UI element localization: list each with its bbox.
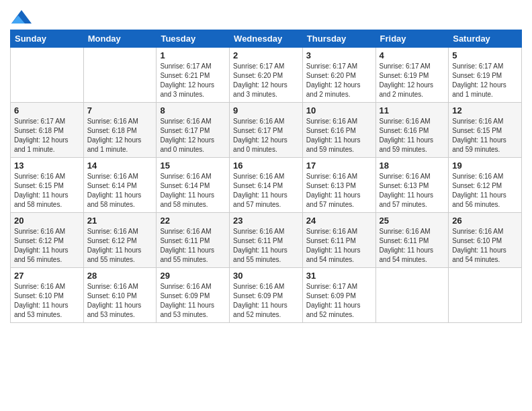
calendar-cell: 18Sunrise: 6:16 AMSunset: 6:13 PMDayligh…: [375, 158, 449, 213]
cell-info: Sunrise: 6:17 AMSunset: 6:21 PMDaylight:…: [160, 62, 226, 99]
cell-info: Sunrise: 6:17 AMSunset: 6:19 PMDaylight:…: [452, 62, 518, 99]
cell-info: Sunrise: 6:16 AMSunset: 6:18 PMDaylight:…: [87, 117, 153, 154]
cell-info: Sunrise: 6:17 AMSunset: 6:20 PMDaylight:…: [233, 62, 299, 99]
calendar-cell: 23Sunrise: 6:16 AMSunset: 6:11 PMDayligh…: [230, 213, 303, 268]
calendar-cell: 31Sunrise: 6:17 AMSunset: 6:09 PMDayligh…: [302, 268, 375, 323]
day-number: 24: [306, 216, 372, 226]
week-row-4: 20Sunrise: 6:16 AMSunset: 6:12 PMDayligh…: [11, 213, 522, 268]
day-number: 28: [87, 271, 153, 281]
calendar-cell: 20Sunrise: 6:16 AMSunset: 6:12 PMDayligh…: [11, 213, 84, 268]
calendar-cell: 3Sunrise: 6:17 AMSunset: 6:20 PMDaylight…: [302, 48, 375, 103]
cell-info: Sunrise: 6:17 AMSunset: 6:18 PMDaylight:…: [14, 117, 80, 154]
day-number: 9: [233, 105, 299, 116]
calendar-cell: 25Sunrise: 6:16 AMSunset: 6:11 PMDayligh…: [375, 213, 449, 268]
day-number: 26: [452, 216, 518, 226]
day-number: 4: [380, 50, 445, 60]
calendar-cell: 1Sunrise: 6:17 AMSunset: 6:21 PMDaylight…: [157, 48, 230, 103]
cell-info: Sunrise: 6:16 AMSunset: 6:17 PMDaylight:…: [160, 117, 226, 154]
day-number: 19: [452, 161, 518, 171]
calendar-cell: 29Sunrise: 6:16 AMSunset: 6:09 PMDayligh…: [157, 268, 230, 323]
calendar-cell: 21Sunrise: 6:16 AMSunset: 6:12 PMDayligh…: [83, 213, 157, 268]
calendar-cell: 14Sunrise: 6:16 AMSunset: 6:14 PMDayligh…: [83, 158, 157, 213]
calendar-cell: 15Sunrise: 6:16 AMSunset: 6:14 PMDayligh…: [157, 158, 230, 213]
calendar-cell: 7Sunrise: 6:16 AMSunset: 6:18 PMDaylight…: [83, 103, 157, 158]
calendar-cell: 30Sunrise: 6:16 AMSunset: 6:09 PMDayligh…: [230, 268, 303, 323]
cell-info: Sunrise: 6:16 AMSunset: 6:11 PMDaylight:…: [380, 227, 445, 265]
calendar-cell: 5Sunrise: 6:17 AMSunset: 6:19 PMDaylight…: [449, 48, 522, 103]
cell-info: Sunrise: 6:16 AMSunset: 6:15 PMDaylight:…: [452, 117, 518, 154]
day-number: 17: [306, 161, 372, 171]
day-number: 6: [14, 105, 80, 116]
calendar-cell: [11, 48, 84, 103]
cell-info: Sunrise: 6:16 AMSunset: 6:11 PMDaylight:…: [306, 227, 372, 265]
cell-info: Sunrise: 6:16 AMSunset: 6:17 PMDaylight:…: [233, 117, 299, 154]
weekday-wednesday: Wednesday: [230, 30, 303, 48]
calendar-cell: 4Sunrise: 6:17 AMSunset: 6:19 PMDaylight…: [375, 48, 449, 103]
cell-info: Sunrise: 6:16 AMSunset: 6:11 PMDaylight:…: [233, 227, 299, 265]
day-number: 27: [14, 271, 80, 281]
day-number: 22: [160, 216, 226, 226]
cell-info: Sunrise: 6:16 AMSunset: 6:14 PMDaylight:…: [160, 172, 226, 210]
day-number: 13: [14, 161, 80, 171]
calendar-cell: 8Sunrise: 6:16 AMSunset: 6:17 PMDaylight…: [157, 103, 230, 158]
cell-info: Sunrise: 6:17 AMSunset: 6:09 PMDaylight:…: [306, 282, 372, 320]
calendar-cell: 13Sunrise: 6:16 AMSunset: 6:15 PMDayligh…: [11, 158, 84, 213]
calendar-cell: 10Sunrise: 6:16 AMSunset: 6:16 PMDayligh…: [302, 103, 375, 158]
day-number: 5: [452, 50, 518, 60]
week-row-2: 6Sunrise: 6:17 AMSunset: 6:18 PMDaylight…: [11, 103, 522, 158]
weekday-thursday: Thursday: [302, 30, 375, 48]
cell-info: Sunrise: 6:16 AMSunset: 6:12 PMDaylight:…: [14, 227, 80, 265]
day-number: 3: [306, 50, 372, 60]
calendar-cell: 12Sunrise: 6:16 AMSunset: 6:15 PMDayligh…: [449, 103, 522, 158]
calendar-cell: 19Sunrise: 6:16 AMSunset: 6:12 PMDayligh…: [449, 158, 522, 213]
cell-info: Sunrise: 6:16 AMSunset: 6:10 PMDaylight:…: [87, 282, 153, 320]
day-number: 11: [380, 105, 445, 116]
calendar-cell: 27Sunrise: 6:16 AMSunset: 6:10 PMDayligh…: [11, 268, 84, 323]
week-row-5: 27Sunrise: 6:16 AMSunset: 6:10 PMDayligh…: [11, 268, 522, 323]
day-number: 8: [160, 105, 226, 116]
day-number: 30: [233, 271, 299, 281]
cell-info: Sunrise: 6:16 AMSunset: 6:16 PMDaylight:…: [306, 117, 372, 154]
logo-icon: [11, 7, 32, 27]
cell-info: Sunrise: 6:16 AMSunset: 6:10 PMDaylight:…: [14, 282, 80, 320]
cell-info: Sunrise: 6:16 AMSunset: 6:09 PMDaylight:…: [233, 282, 299, 320]
week-row-3: 13Sunrise: 6:16 AMSunset: 6:15 PMDayligh…: [11, 158, 522, 213]
calendar-cell: 6Sunrise: 6:17 AMSunset: 6:18 PMDaylight…: [11, 103, 84, 158]
cell-info: Sunrise: 6:16 AMSunset: 6:14 PMDaylight:…: [87, 172, 153, 210]
cell-info: Sunrise: 6:16 AMSunset: 6:10 PMDaylight:…: [452, 227, 518, 265]
calendar-cell: 28Sunrise: 6:16 AMSunset: 6:10 PMDayligh…: [83, 268, 157, 323]
weekday-monday: Monday: [83, 30, 157, 48]
cell-info: Sunrise: 6:16 AMSunset: 6:13 PMDaylight:…: [380, 172, 445, 210]
page-header: [10, 7, 522, 24]
weekday-sunday: Sunday: [11, 30, 84, 48]
day-number: 21: [87, 216, 153, 226]
day-number: 31: [306, 271, 372, 281]
calendar-cell: 22Sunrise: 6:16 AMSunset: 6:11 PMDayligh…: [157, 213, 230, 268]
cell-info: Sunrise: 6:16 AMSunset: 6:09 PMDaylight:…: [160, 282, 226, 320]
calendar-cell: 24Sunrise: 6:16 AMSunset: 6:11 PMDayligh…: [302, 213, 375, 268]
day-number: 1: [160, 50, 226, 60]
day-number: 14: [87, 161, 153, 171]
day-number: 15: [160, 161, 226, 171]
day-number: 25: [380, 216, 445, 226]
calendar-cell: [449, 268, 522, 323]
weekday-header-row: SundayMondayTuesdayWednesdayThursdayFrid…: [11, 30, 522, 48]
weekday-saturday: Saturday: [449, 30, 522, 48]
weekday-tuesday: Tuesday: [157, 30, 230, 48]
day-number: 18: [380, 161, 445, 171]
calendar-cell: [375, 268, 449, 323]
cell-info: Sunrise: 6:17 AMSunset: 6:20 PMDaylight:…: [306, 62, 372, 99]
cell-info: Sunrise: 6:16 AMSunset: 6:12 PMDaylight:…: [87, 227, 153, 265]
day-number: 2: [233, 50, 299, 60]
calendar-cell: [83, 48, 157, 103]
calendar-cell: 11Sunrise: 6:16 AMSunset: 6:16 PMDayligh…: [375, 103, 449, 158]
cell-info: Sunrise: 6:16 AMSunset: 6:16 PMDaylight:…: [380, 117, 445, 154]
day-number: 23: [233, 216, 299, 226]
day-number: 10: [306, 105, 372, 116]
cell-info: Sunrise: 6:16 AMSunset: 6:13 PMDaylight:…: [306, 172, 372, 210]
calendar-cell: 9Sunrise: 6:16 AMSunset: 6:17 PMDaylight…: [230, 103, 303, 158]
calendar-page: SundayMondayTuesdayWednesdayThursdayFrid…: [0, 0, 532, 411]
day-number: 12: [452, 105, 518, 116]
calendar-cell: 16Sunrise: 6:16 AMSunset: 6:14 PMDayligh…: [230, 158, 303, 213]
weekday-friday: Friday: [375, 30, 449, 48]
